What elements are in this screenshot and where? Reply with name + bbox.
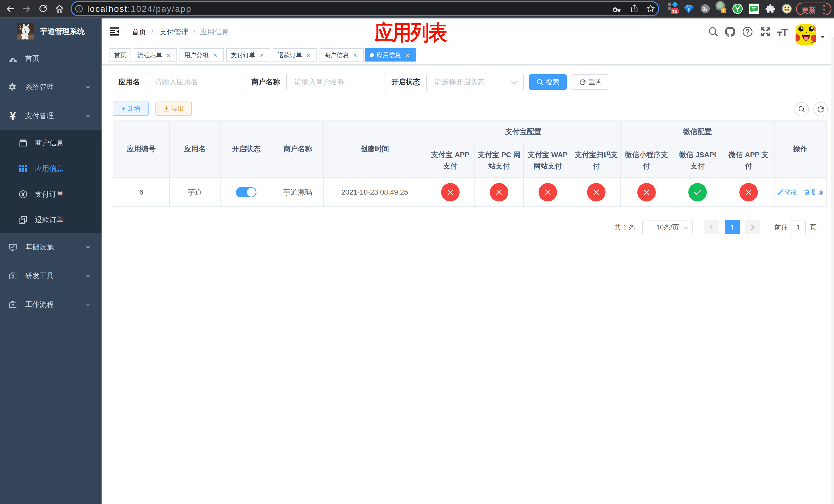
svg-text:⌘: ⌘ bbox=[703, 6, 708, 12]
svg-text:1: 1 bbox=[722, 8, 725, 13]
svg-text:10: 10 bbox=[672, 9, 677, 14]
